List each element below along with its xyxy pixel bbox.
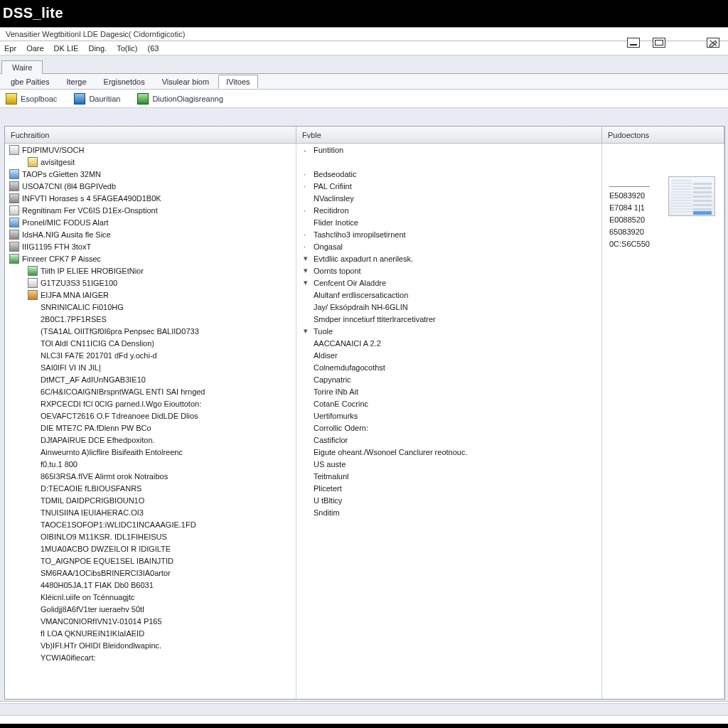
tree-item[interactable]: USOA7CNI (8l4 BGPIVedb xyxy=(5,180,296,192)
document-tab[interactable]: Waire xyxy=(1,60,43,74)
tree-item[interactable]: DJfAPAIRUE DCE Efhedpoxiton. xyxy=(5,434,296,446)
tree-item[interactable]: Tiith IP ELIEE HROBIGEtNior xyxy=(5,264,296,277)
function-item[interactable]: ▾Tuole xyxy=(296,325,601,337)
function-item[interactable]: ▾Evtdliic axpadurt n anerilesk. xyxy=(296,252,601,264)
tree-item[interactable]: DIE MTE7C PA.fDlenn PW BCo xyxy=(5,422,296,434)
tree-item[interactable]: Finreer CFK7 P Aissec xyxy=(5,252,296,264)
menu-item[interactable]: Epr xyxy=(4,44,16,53)
tree-item[interactable]: Ainweurnto A)licflire Bisifeaith Entolre… xyxy=(5,446,296,458)
tree-item[interactable]: RXPCECDI fCl 0CIG parned.l.Wgo Eiouttoto… xyxy=(5,397,296,410)
menu-item[interactable]: (63 xyxy=(147,44,159,53)
function-item[interactable]: NVaclinsley xyxy=(296,192,601,204)
function-item[interactable]: Colnemdufagocothst xyxy=(296,361,601,373)
column-header[interactable]: Pudoectons xyxy=(602,127,724,143)
function-item[interactable]: CotanE Cocrinc xyxy=(296,397,601,410)
tree-item[interactable]: VMANC0NIORfIVN1V-01014 P165 xyxy=(5,615,296,627)
tree-item[interactable]: INFVTI Horases s 4 5FAGEA490D1B0K xyxy=(5,192,296,204)
tree-label: 865I3RSA.fIVE Alirmt orok Notraibos xyxy=(41,472,168,481)
function-item[interactable]: Plicetert xyxy=(296,482,601,494)
tree-item[interactable]: IdsHA.NIG Ausita fle Sice xyxy=(5,228,296,240)
section-tab[interactable]: Visulear biom xyxy=(154,75,217,89)
tree-item[interactable]: DtMCT_AF AdIUnNGAB3IE10 xyxy=(5,373,296,385)
tree-item[interactable]: NLC3I FA7E 201701 dFd y.ochi-d xyxy=(5,349,296,361)
function-item[interactable]: ·Recitidron xyxy=(296,204,601,216)
tree-item[interactable]: OEVAFCT2616 O.F Tdreanoee DidLDE Dlios xyxy=(5,410,296,422)
function-item[interactable]: Aldiser xyxy=(296,349,601,361)
tree-item[interactable]: Golidjj8A6fV1ter iueraehv 50tI xyxy=(5,603,296,615)
close-button[interactable] xyxy=(707,38,719,48)
tool-button[interactable]: Esoplboac xyxy=(6,93,57,105)
maximize-button[interactable] xyxy=(653,38,665,48)
function-item[interactable]: Castificlor xyxy=(296,434,601,446)
menu-item[interactable]: Oare xyxy=(26,44,43,53)
function-item[interactable]: Corrollic Odern: xyxy=(296,422,601,434)
tree-item[interactable]: OIBINLO9 M11KSR. IDL1FIHEISUS xyxy=(5,530,296,542)
tree-icon xyxy=(9,205,19,215)
function-item[interactable]: Capynatric xyxy=(296,373,601,385)
function-item[interactable] xyxy=(296,156,601,168)
function-item[interactable]: Jay/ Eksópdraih NH-6GLIN xyxy=(296,301,601,313)
function-item[interactable]: Eigute oheant./Wsonoel Canclurer reotnou… xyxy=(296,446,601,458)
section-tab[interactable]: Iterge xyxy=(58,75,94,89)
tree-item[interactable]: IIIG1195 FTH 3toxT xyxy=(5,240,296,252)
function-item[interactable]: Smdper inncetiurf ttiterlrarcetivatrer xyxy=(296,313,601,325)
tree-item[interactable]: fI LOA QKNUREIN1IKIaIAEID xyxy=(5,627,296,639)
function-item[interactable]: Torire INb Ait xyxy=(296,385,601,397)
tree-item[interactable]: SAI0IFI VI IN JIL| xyxy=(5,361,296,373)
function-item[interactable]: US auste xyxy=(296,458,601,470)
function-item[interactable]: U tBlticy xyxy=(296,494,601,506)
minimize-button[interactable] xyxy=(627,38,640,48)
tree-item[interactable]: TAOCE1SOFOP1:iWLIDC1INCAAAGIE.1FD xyxy=(5,518,296,530)
tree-item[interactable]: (TSA1AL OIITfGf0I6pra Penpsec BALIID0733 xyxy=(5,325,296,337)
tree-item[interactable]: 1MUA0ACBO DWZEILOI R IDIGILTE xyxy=(5,542,296,555)
function-item[interactable]: ·Ongasal xyxy=(296,240,601,252)
column-header[interactable]: Fuchraition xyxy=(5,127,296,143)
function-item[interactable]: Alultanf erdliscersaticaction xyxy=(296,289,601,301)
tool-button[interactable]: Dauritian xyxy=(74,93,120,105)
function-item[interactable]: Snditim xyxy=(296,506,601,518)
tree-item[interactable]: G1TZU3S3 51IGE100 xyxy=(5,277,296,289)
tree-label: TDMIL DAIDPCRIGBIOUN1O xyxy=(41,496,144,505)
tree-item[interactable]: 865I3RSA.fIVE Alirmt orok Notraibos xyxy=(5,470,296,482)
tree-item[interactable]: Vb)IFI.HTr OHIDI Bleidondlwapinc. xyxy=(5,639,296,651)
function-item[interactable]: ·Bedseodatic xyxy=(296,168,601,180)
tree-item[interactable]: Pronel/MIC FODUS Alart xyxy=(5,216,296,228)
tree-item[interactable]: avisitgesit xyxy=(5,156,296,168)
tool-button[interactable]: DiutionOiagisreanng xyxy=(137,93,223,105)
function-item[interactable]: ·Tashcliho3 imropilsetirnent xyxy=(296,228,601,240)
tree-label: 6C/H&ICOAIGNIBrspntWAGL ENTI SAI hrnged xyxy=(41,387,205,396)
menu-item[interactable]: To(lic) xyxy=(117,44,137,53)
tree-item[interactable]: YCWIA0ifiecart: xyxy=(5,651,296,663)
tree-item[interactable]: TDMIL DAIDPCRIGBIOUN1O xyxy=(5,494,296,506)
tree-item[interactable]: Regnitinam Fer VC6IS D1Ex-Onsptiont xyxy=(5,204,296,216)
tree-item[interactable]: Kléicnl.uiife on Tcénnuagjtc xyxy=(5,591,296,603)
function-item[interactable]: AACCANAICI A 2.2 xyxy=(296,337,601,349)
tree-item[interactable]: D:TECAOIE fLBIOUSFANRS xyxy=(5,482,296,494)
tree-item[interactable]: SM6RAA/1OCibsBRINERCI3IA0artor xyxy=(5,567,296,579)
function-item[interactable]: -Funtition xyxy=(296,144,601,156)
function-item[interactable]: ▾Oornts topont xyxy=(296,264,601,277)
function-item[interactable]: ▾Cenfcent Oir Aladdre xyxy=(296,277,601,289)
tree-item[interactable]: SNRINICALIC Fi010HG xyxy=(5,301,296,313)
tree-item[interactable]: FDIPIMUV/SOCH xyxy=(5,144,296,156)
code-item: E0088520 xyxy=(609,214,650,226)
function-item[interactable]: Flider Inotice xyxy=(296,216,601,228)
function-item[interactable]: Uertifomurks xyxy=(296,410,601,422)
menu-item[interactable]: Ding. xyxy=(88,44,107,53)
column-header[interactable]: Fvble xyxy=(296,127,602,143)
tree-item[interactable]: 6C/H&ICOAIGNIBrspntWAGL ENTI SAI hrnged xyxy=(5,385,296,397)
tree-item[interactable]: 4480H05JA.1T FIAK Db0 B6031 xyxy=(5,579,296,591)
section-tab[interactable]: IVitoes xyxy=(218,75,257,89)
tree-item[interactable]: f0,tu.1 800 xyxy=(5,458,296,470)
section-tab[interactable]: Ergisnetdos xyxy=(96,75,153,89)
tree-item[interactable]: TAOPs cGietten 32MN xyxy=(5,168,296,180)
tree-item[interactable]: 2B0C1.7PF1RSES xyxy=(5,313,296,325)
function-item[interactable]: Teitmalunl xyxy=(296,470,601,482)
tree-item[interactable]: EIJFA MNA IAIGER xyxy=(5,289,296,301)
tree-item[interactable]: TOl AldI CN11ICIG CA Denslion) xyxy=(5,337,296,349)
function-item[interactable]: ·PAL Crifiint xyxy=(296,180,601,192)
tree-item[interactable]: TO_AIGNPOE EQUE1SEL IBAINJTID xyxy=(5,555,296,567)
menu-item[interactable]: DK LIE xyxy=(54,44,79,53)
section-tab[interactable]: gbe Paities xyxy=(3,75,57,89)
tree-item[interactable]: TNUISIINA IEUIAHERAC.OI3 xyxy=(5,506,296,518)
